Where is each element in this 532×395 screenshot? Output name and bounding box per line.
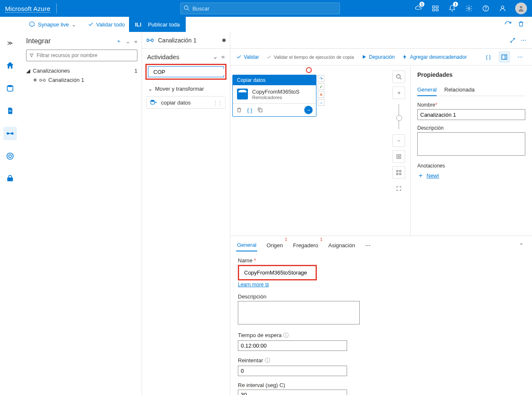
node-header: Copiar datos xyxy=(233,75,316,85)
filter-input[interactable] xyxy=(37,52,134,58)
validate-button[interactable]: Validar xyxy=(236,54,259,60)
bp-name-input[interactable] xyxy=(242,268,313,277)
expand-canvas-icon[interactable] xyxy=(510,37,516,43)
svg-point-18 xyxy=(9,155,12,158)
svg-point-10 xyxy=(520,6,522,8)
add-annotation-button[interactable]: ＋Newt xyxy=(417,171,525,180)
prop-desc-input[interactable] xyxy=(417,132,525,156)
svg-rect-19 xyxy=(7,178,13,181)
zoom-out-icon[interactable]: − xyxy=(392,134,405,147)
divider xyxy=(56,3,57,13)
develop-icon[interactable] xyxy=(3,104,17,118)
feedback-icon[interactable] xyxy=(495,0,510,17)
node-fail-icon[interactable]: ✕ xyxy=(318,91,324,98)
zoom-slider[interactable] xyxy=(398,104,399,129)
bp-retry-input[interactable] xyxy=(238,366,347,376)
manage-icon[interactable] xyxy=(3,172,17,186)
code-view-icon[interactable]: { } xyxy=(482,51,494,63)
activities-panel: Canalización 1 Actividades ⌄ « ⌄ Mover y… xyxy=(142,32,230,395)
learn-more-link[interactable]: Learn more ⧉ xyxy=(238,282,269,288)
directory-icon[interactable] xyxy=(428,0,443,17)
properties-toggle-icon[interactable] xyxy=(498,51,510,63)
node-skip-icon[interactable]: ↷ xyxy=(318,75,324,82)
activity-group-move[interactable]: ⌄ Mover y transformar xyxy=(142,83,230,94)
prop-desc-label: Descripción xyxy=(417,125,525,131)
user-avatar[interactable] xyxy=(515,3,527,14)
zoom-in-icon[interactable]: ＋ xyxy=(392,86,405,99)
expand-all-icon[interactable]: ⌄ xyxy=(126,38,130,44)
prop-tab-related[interactable]: Relacionada xyxy=(444,84,474,96)
bp-retryint-label: Re interval (seg) C) xyxy=(238,382,524,388)
pipeline-canvas[interactable]: Copiar datos CopyFromM365toS Remolcadore… xyxy=(230,65,410,235)
cloud-shell-icon[interactable]: 1 xyxy=(411,0,426,17)
command-bar: Synapse live ⌄ Validar todo ILI Publicar… xyxy=(0,17,532,32)
bp-tab-sink[interactable]: Fregadero1 xyxy=(292,240,319,251)
settings-icon[interactable] xyxy=(461,0,477,17)
delete-node-icon[interactable] xyxy=(236,107,242,113)
activity-search[interactable] xyxy=(148,66,224,77)
bp-tab-more[interactable]: ⋯ xyxy=(364,240,371,251)
search-icon xyxy=(184,5,190,11)
add-resource-icon[interactable]: ＋ xyxy=(116,37,121,45)
bp-tab-source[interactable]: Origen1 xyxy=(266,240,284,251)
hide-activities-icon[interactable]: « xyxy=(221,53,225,60)
prop-name-input[interactable] xyxy=(417,109,525,120)
monitor-icon[interactable] xyxy=(3,149,17,163)
integrate-icon[interactable] xyxy=(3,127,17,140)
clone-node-icon[interactable] xyxy=(257,107,263,113)
activity-search-input[interactable] xyxy=(153,69,224,75)
node-code-icon[interactable]: { } xyxy=(247,107,252,113)
pipeline-tab[interactable]: Canalización 1 xyxy=(142,32,230,49)
node-title: CopyFromM365toS xyxy=(252,89,300,95)
node-completion-icon[interactable]: → xyxy=(318,99,324,106)
pipeline-item[interactable]: Canalización 1 xyxy=(26,75,137,85)
node-subtitle: Remolcadores xyxy=(252,95,300,100)
more-icon[interactable]: ⋯ xyxy=(521,37,526,43)
expand-rail-button[interactable]: ≫ xyxy=(3,36,17,50)
data-icon[interactable] xyxy=(3,81,17,95)
bp-tab-mapping[interactable]: Asignación xyxy=(327,240,356,251)
refresh-icon[interactable] xyxy=(504,21,512,28)
bp-retryint-input[interactable] xyxy=(238,390,347,395)
svg-point-8 xyxy=(486,10,486,10)
synapse-live-dropdown[interactable]: Synapse live ⌄ xyxy=(25,21,84,28)
publish-all-button[interactable]: ILI Publicar toda xyxy=(129,17,186,32)
filter-resources[interactable] xyxy=(26,50,137,61)
copy-data-node[interactable]: Copiar datos CopyFromM365toS Remolcadore… xyxy=(232,75,316,117)
collapse-pane-icon[interactable]: ⌃ xyxy=(519,242,526,249)
prop-tab-general[interactable]: General xyxy=(417,84,437,96)
auto-align-icon[interactable] xyxy=(392,166,405,179)
global-search-input[interactable] xyxy=(180,3,340,14)
pipelines-group[interactable]: ◢ Canalizaciones 1 xyxy=(26,66,137,75)
svg-rect-20 xyxy=(40,79,41,81)
node-success-icon[interactable]: ✓ xyxy=(318,83,324,90)
node-go-icon[interactable]: → xyxy=(304,106,313,114)
svg-rect-39 xyxy=(400,173,401,175)
global-search-wrap xyxy=(180,3,340,14)
home-icon[interactable] xyxy=(3,59,17,72)
svg-rect-38 xyxy=(397,173,398,175)
validate-runtime-button[interactable]: Validar el tiempo de ejecución de copia xyxy=(266,55,354,60)
activity-copy-data[interactable]: copiar datos ⋮⋮ xyxy=(146,96,226,109)
notifications-icon[interactable]: 1 xyxy=(445,0,460,17)
fullscreen-icon[interactable] xyxy=(392,182,405,195)
bp-tab-general[interactable]: General xyxy=(236,239,257,251)
discard-icon[interactable] xyxy=(518,21,524,28)
prop-name-label: Nombre xyxy=(417,102,435,108)
bp-timeout-input[interactable] xyxy=(238,340,347,351)
svg-point-17 xyxy=(7,153,13,160)
bp-desc-input[interactable] xyxy=(238,301,360,324)
svg-rect-13 xyxy=(9,111,11,112)
collapse-panel-icon[interactable]: « xyxy=(134,38,137,44)
bp-retry-label: Reintentar xyxy=(238,357,263,364)
bp-desc-label: Descripción xyxy=(238,293,524,300)
canvas-search-icon[interactable] xyxy=(392,71,405,83)
add-trigger-button[interactable]: Agregar desencadenador xyxy=(402,54,466,60)
integrate-title: Integrar xyxy=(26,37,112,45)
canvas-more-icon[interactable]: ⋯ xyxy=(514,51,526,63)
help-icon[interactable] xyxy=(478,0,493,17)
collapse-activities-icon[interactable]: ⌄ xyxy=(213,53,218,60)
debug-button[interactable]: Depuración xyxy=(361,54,395,60)
validate-all-button[interactable]: Validar todo xyxy=(84,17,129,32)
fit-screen-icon[interactable] xyxy=(392,150,405,163)
